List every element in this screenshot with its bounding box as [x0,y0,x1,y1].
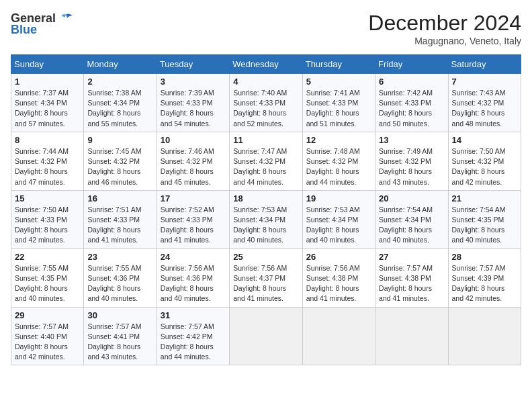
day-number: 26 [306,252,371,262]
day-number: 14 [452,135,517,145]
day-detail: Sunrise: 7:56 AMSunset: 4:37 PMDaylight:… [233,263,298,304]
calendar-cell: 29Sunrise: 7:57 AMSunset: 4:40 PMDayligh… [11,307,84,365]
calendar-cell: 9Sunrise: 7:45 AMSunset: 4:32 PMDaylight… [84,132,157,190]
day-detail: Sunrise: 7:50 AMSunset: 4:32 PMDaylight:… [452,146,517,187]
calendar-cell: 10Sunrise: 7:46 AMSunset: 4:32 PMDayligh… [157,132,229,190]
day-detail: Sunrise: 7:57 AMSunset: 4:41 PMDaylight:… [87,322,152,363]
day-number: 3 [161,77,226,87]
calendar-cell: 16Sunrise: 7:51 AMSunset: 4:33 PMDayligh… [84,190,157,248]
day-number: 6 [379,77,444,87]
calendar-cell: 19Sunrise: 7:53 AMSunset: 4:34 PMDayligh… [302,190,375,248]
calendar-cell: 3Sunrise: 7:39 AMSunset: 4:33 PMDaylight… [157,74,229,132]
weekday-header-tuesday: Tuesday [157,55,229,74]
day-number: 22 [15,252,80,262]
day-detail: Sunrise: 7:53 AMSunset: 4:34 PMDaylight:… [306,205,371,246]
calendar-cell: 24Sunrise: 7:56 AMSunset: 4:36 PMDayligh… [157,248,229,307]
week-row-1: 1Sunrise: 7:37 AMSunset: 4:34 PMDaylight… [11,74,521,132]
calendar-cell: 14Sunrise: 7:50 AMSunset: 4:32 PMDayligh… [448,132,521,190]
day-detail: Sunrise: 7:39 AMSunset: 4:33 PMDaylight:… [161,88,226,129]
day-number: 4 [233,77,298,87]
weekday-header-thursday: Thursday [302,55,375,74]
calendar-table: SundayMondayTuesdayWednesdayThursdayFrid… [11,54,521,365]
calendar-cell: 27Sunrise: 7:57 AMSunset: 4:38 PMDayligh… [375,248,448,307]
week-row-5: 29Sunrise: 7:57 AMSunset: 4:40 PMDayligh… [11,307,521,365]
day-detail: Sunrise: 7:40 AMSunset: 4:33 PMDaylight:… [233,88,298,129]
weekday-header-friday: Friday [375,55,448,74]
day-detail: Sunrise: 7:53 AMSunset: 4:34 PMDaylight:… [233,205,298,246]
weekday-header-sunday: Sunday [11,55,84,74]
day-detail: Sunrise: 7:37 AMSunset: 4:34 PMDaylight:… [15,88,80,129]
calendar-cell: 26Sunrise: 7:56 AMSunset: 4:38 PMDayligh… [302,248,375,307]
day-detail: Sunrise: 7:49 AMSunset: 4:32 PMDaylight:… [379,146,444,187]
calendar-cell: 30Sunrise: 7:57 AMSunset: 4:41 PMDayligh… [84,307,157,365]
calendar-cell: 25Sunrise: 7:56 AMSunset: 4:37 PMDayligh… [230,248,302,307]
day-detail: Sunrise: 7:45 AMSunset: 4:32 PMDaylight:… [87,146,152,187]
day-detail: Sunrise: 7:51 AMSunset: 4:33 PMDaylight:… [87,205,152,246]
day-detail: Sunrise: 7:57 AMSunset: 4:38 PMDaylight:… [379,263,444,304]
day-detail: Sunrise: 7:38 AMSunset: 4:34 PMDaylight:… [87,88,152,129]
calendar-cell: 13Sunrise: 7:49 AMSunset: 4:32 PMDayligh… [375,132,448,190]
calendar-cell: 6Sunrise: 7:42 AMSunset: 4:33 PMDaylight… [375,74,448,132]
day-number: 13 [379,135,444,145]
calendar-cell: 15Sunrise: 7:50 AMSunset: 4:33 PMDayligh… [11,190,84,248]
day-detail: Sunrise: 7:56 AMSunset: 4:36 PMDaylight:… [161,263,226,304]
day-detail: Sunrise: 7:42 AMSunset: 4:33 PMDaylight:… [379,88,444,129]
weekday-header-monday: Monday [84,55,157,74]
calendar-title: December 2024 [368,11,521,36]
day-detail: Sunrise: 7:57 AMSunset: 4:42 PMDaylight:… [161,322,226,363]
calendar-cell [302,307,375,365]
day-number: 10 [161,135,226,145]
day-number: 5 [306,77,371,87]
day-number: 17 [161,193,226,203]
weekday-header-row: SundayMondayTuesdayWednesdayThursdayFrid… [11,55,521,74]
day-number: 30 [87,310,152,320]
calendar-subtitle: Magugnano, Veneto, Italy [368,36,521,46]
day-number: 9 [87,135,152,145]
week-row-4: 22Sunrise: 7:55 AMSunset: 4:35 PMDayligh… [11,248,521,307]
day-detail: Sunrise: 7:47 AMSunset: 4:32 PMDaylight:… [233,146,298,187]
day-number: 11 [233,135,298,145]
week-row-3: 15Sunrise: 7:50 AMSunset: 4:33 PMDayligh… [11,190,521,248]
calendar-cell: 1Sunrise: 7:37 AMSunset: 4:34 PMDaylight… [11,74,84,132]
calendar-cell: 28Sunrise: 7:57 AMSunset: 4:39 PMDayligh… [448,248,521,307]
day-number: 28 [452,252,517,262]
day-detail: Sunrise: 7:54 AMSunset: 4:34 PMDaylight:… [379,205,444,246]
calendar-cell: 7Sunrise: 7:43 AMSunset: 4:32 PMDaylight… [448,74,521,132]
day-detail: Sunrise: 7:57 AMSunset: 4:39 PMDaylight:… [452,263,517,304]
calendar-cell: 20Sunrise: 7:54 AMSunset: 4:34 PMDayligh… [375,190,448,248]
calendar-cell [375,307,448,365]
weekday-header-wednesday: Wednesday [230,55,302,74]
calendar-cell: 22Sunrise: 7:55 AMSunset: 4:35 PMDayligh… [11,248,84,307]
logo-bird-icon [58,11,73,26]
day-number: 31 [161,310,226,320]
day-number: 7 [452,77,517,87]
calendar-cell: 12Sunrise: 7:48 AMSunset: 4:32 PMDayligh… [302,132,375,190]
calendar-cell: 21Sunrise: 7:54 AMSunset: 4:35 PMDayligh… [448,190,521,248]
day-number: 19 [306,193,371,203]
day-number: 27 [379,252,444,262]
day-detail: Sunrise: 7:46 AMSunset: 4:32 PMDaylight:… [161,146,226,187]
calendar-cell [448,307,521,365]
day-number: 16 [87,193,152,203]
day-detail: Sunrise: 7:43 AMSunset: 4:32 PMDaylight:… [452,88,517,129]
day-number: 8 [15,135,80,145]
day-detail: Sunrise: 7:55 AMSunset: 4:36 PMDaylight:… [87,263,152,304]
weekday-header-saturday: Saturday [448,55,521,74]
day-number: 20 [379,193,444,203]
calendar-cell: 31Sunrise: 7:57 AMSunset: 4:42 PMDayligh… [157,307,229,365]
day-detail: Sunrise: 7:55 AMSunset: 4:35 PMDaylight:… [15,263,80,304]
day-detail: Sunrise: 7:50 AMSunset: 4:33 PMDaylight:… [15,205,80,246]
day-number: 1 [15,77,80,87]
day-number: 21 [452,193,517,203]
day-number: 23 [87,252,152,262]
logo-blue-text: Blue [11,23,37,37]
page-header: General Blue December 2024 Magugnano, Ve… [11,11,521,46]
title-block: December 2024 Magugnano, Veneto, Italy [368,11,521,46]
day-detail: Sunrise: 7:41 AMSunset: 4:33 PMDaylight:… [306,88,371,129]
day-detail: Sunrise: 7:57 AMSunset: 4:40 PMDaylight:… [15,322,80,363]
calendar-cell: 8Sunrise: 7:44 AMSunset: 4:32 PMDaylight… [11,132,84,190]
day-number: 12 [306,135,371,145]
calendar-cell [230,307,302,365]
day-detail: Sunrise: 7:48 AMSunset: 4:32 PMDaylight:… [306,146,371,187]
day-number: 24 [161,252,226,262]
